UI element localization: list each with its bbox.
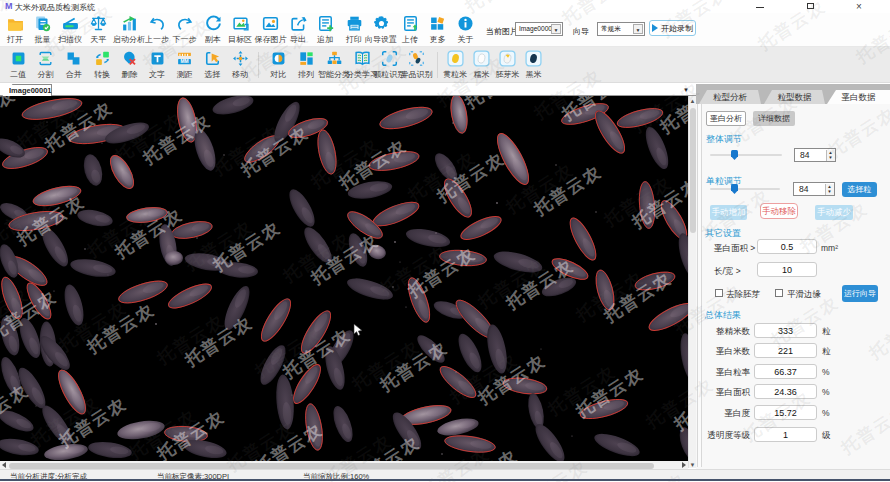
svg-text:MM: MM: [181, 59, 189, 64]
